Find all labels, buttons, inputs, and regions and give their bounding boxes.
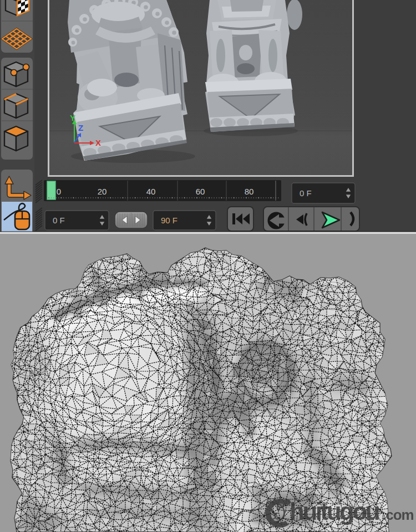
svg-text:huitugou: huitugou bbox=[290, 498, 379, 525]
svg-text:Z: Z bbox=[78, 123, 83, 132]
svg-text:.com: .com bbox=[382, 507, 414, 523]
svg-text:0 F: 0 F bbox=[53, 216, 65, 225]
svg-text:40: 40 bbox=[146, 187, 156, 196]
svg-text:90 F: 90 F bbox=[161, 216, 177, 225]
svg-text:60: 60 bbox=[196, 187, 205, 196]
svg-text:20: 20 bbox=[98, 187, 107, 196]
svg-text:0 F: 0 F bbox=[300, 188, 312, 198]
svg-text:X: X bbox=[95, 138, 101, 147]
svg-text:0: 0 bbox=[57, 187, 61, 196]
svg-text:80: 80 bbox=[245, 187, 254, 196]
